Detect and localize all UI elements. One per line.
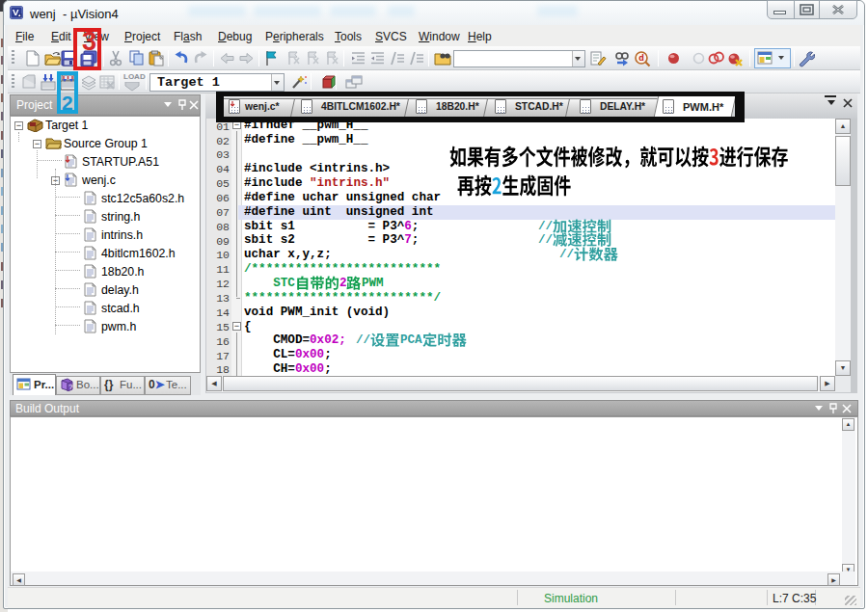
svg-text:d: d bbox=[638, 53, 644, 63]
svg-text:?: ? bbox=[68, 383, 73, 391]
